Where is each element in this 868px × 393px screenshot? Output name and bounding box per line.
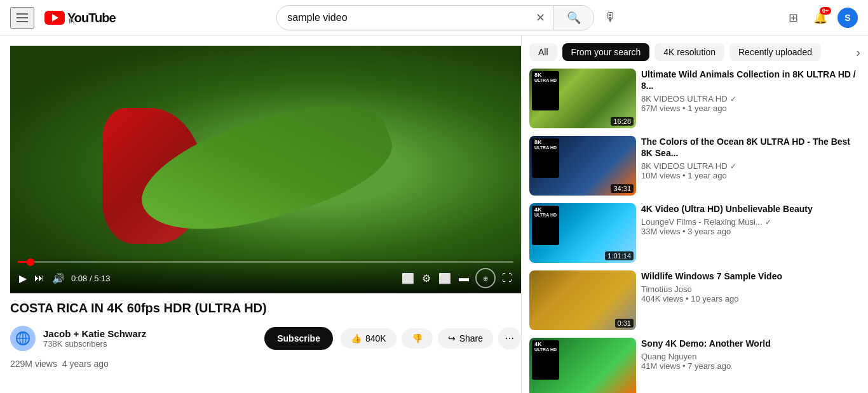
video-title: COSTA RICA IN 4K 60fps HDR (ULTRA HD) (10, 301, 521, 316)
more-options-button[interactable]: ⋯ (498, 327, 521, 350)
like-button[interactable]: 👍 840K (341, 328, 397, 349)
sidebar: AllFrom your search4K resolutionRecently… (521, 36, 868, 393)
video-player[interactable]: ▶ ⏭ 🔊 0:08 / 5:13 ⬜ ⚙ ⬜ ▬ ⊕ ⛶ (10, 46, 521, 293)
thumbs-down-icon: 👎 (412, 333, 423, 343)
video-duration: 16:28 (611, 117, 634, 126)
controls-right: ⬜ ⚙ ⬜ ▬ ⊕ ⛶ (400, 268, 513, 288)
channel-name-side: Timotius Joso (641, 284, 860, 294)
filter-chip-all[interactable]: All (529, 43, 557, 61)
video-list-item[interactable]: 0:31 Wildlife Windows 7 Sample Video Tim… (529, 270, 860, 330)
channel-name-side: 8K VIDEOS ULTRA HD ✓ (641, 94, 860, 103)
header-center: ✕ 🔍 🎙 (116, 5, 783, 30)
filter-chips: AllFrom your search4K resolutionRecently… (529, 36, 860, 69)
video-stats-side: 33M views • 3 years ago (641, 227, 860, 236)
main-content: ▶ ⏭ 🔊 0:08 / 5:13 ⬜ ⚙ ⬜ ▬ ⊕ ⛶ (0, 36, 868, 393)
video-section: ▶ ⏭ 🔊 0:08 / 5:13 ⬜ ⚙ ⬜ ▬ ⊕ ⛶ (0, 36, 521, 393)
video-list-item[interactable]: 8KULTRA HD 34:31 The Colors of the Ocean… (529, 136, 860, 196)
channel-name-side: Quang Nguyen (641, 352, 860, 361)
youtube-logo: YouTube IN (44, 11, 116, 25)
thumbs-up-icon: 👍 (351, 333, 362, 343)
controls-row: ▶ ⏭ 🔊 0:08 / 5:13 ⬜ ⚙ ⬜ ▬ ⊕ ⛶ (18, 268, 513, 288)
video-duration: 1:01:14 (605, 251, 634, 260)
search-button[interactable]: 🔍 (553, 5, 593, 30)
time-display: 0:08 / 5:13 (71, 274, 395, 283)
video-title-side: Wildlife Windows 7 Sample Video (641, 270, 860, 282)
channel-info: Jacob + Katie Schwarz 738K subscribers (43, 328, 257, 349)
video-meta-side: The Colors of the Ocean 8K ULTRA HD - Th… (641, 136, 860, 196)
add-video-button[interactable]: ⊞ (783, 6, 803, 30)
quality-label: 8KULTRA HD (532, 138, 559, 178)
add-video-icon: ⊞ (789, 11, 798, 24)
settings-button[interactable]: ⚙ (421, 271, 432, 286)
action-buttons: 👍 840K 👎 ↪ Share ⋯ (341, 327, 521, 350)
verified-icon: ✓ (730, 95, 736, 103)
video-title-side: The Colors of the Ocean 8K ULTRA HD - Th… (641, 136, 860, 159)
theater-button[interactable]: ▬ (458, 271, 470, 285)
quality-label: 4KULTRA HD (532, 206, 559, 245)
video-meta-side: Ultimate Wild Animals Collection in 8K U… (641, 69, 860, 128)
chips-next-button[interactable]: › (856, 45, 860, 60)
video-thumbnail-side: 0:31 (529, 270, 636, 330)
video-thumbnail-side: 4KULTRA HD 1:01:14 (529, 203, 636, 263)
video-meta-side: 4K Video (Ultra HD) Unbelievable Beauty … (641, 203, 860, 263)
volume-button[interactable]: 🔊 (51, 271, 66, 286)
channel-row: Jacob + Katie Schwarz 738K subscribers S… (10, 321, 521, 356)
video-list: 8KULTRA HD 16:28 Ultimate Wild Animals C… (529, 69, 860, 393)
vr-button[interactable]: ⊕ (475, 268, 496, 288)
filter-chip-4k-resolution[interactable]: 4K resolution (654, 43, 724, 61)
channel-avatar-icon (15, 331, 31, 346)
progress-bar[interactable] (18, 261, 513, 263)
channel-name-side: 8K VIDEOS ULTRA HD ✓ (641, 161, 860, 171)
share-icon: ↪ (448, 333, 456, 343)
video-stats-side: 10M views • 1 year ago (641, 171, 860, 180)
mic-button[interactable]: 🎙 (599, 5, 622, 30)
video-list-item[interactable]: 4KULTRA HD 1:01:14 4K Video (Ultra HD) U… (529, 203, 860, 263)
video-title-side: Sony 4K Demo: Another World (641, 338, 860, 349)
video-stats-side: 41M views • 7 years ago (641, 361, 860, 371)
subscribe-button[interactable]: Subscribe (264, 327, 333, 350)
video-list-item[interactable]: 8KULTRA HD 16:28 Ultimate Wild Animals C… (529, 69, 860, 128)
video-list-item[interactable]: 4KULTRA HD Sony 4K Demo: Another World Q… (529, 338, 860, 393)
video-meta-side: Sony 4K Demo: Another World Quang Nguyen… (641, 338, 860, 393)
fullscreen-button[interactable]: ⛶ (501, 271, 513, 285)
yt-country: IN (69, 18, 116, 25)
filter-chip-recently-uploaded[interactable]: Recently uploaded (729, 43, 821, 61)
notifications-button[interactable]: 🔔 9+ (808, 6, 832, 30)
video-title-side: Ultimate Wild Animals Collection in 8K U… (641, 69, 860, 91)
video-stats-side: 404K views • 10 years ago (641, 294, 860, 303)
user-avatar[interactable]: S (837, 8, 858, 28)
search-input[interactable] (277, 12, 528, 23)
header-right: ⊞ 🔔 9+ S (783, 6, 858, 30)
video-thumbnail-side: 8KULTRA HD 34:31 (529, 136, 636, 196)
logo[interactable]: YouTube IN (44, 11, 116, 25)
menu-button[interactable] (10, 7, 34, 29)
channel-name-side: LoungeV Films - Relaxing Musi... ✓ (641, 217, 860, 227)
verified-icon: ✓ (730, 162, 736, 171)
search-bar: ✕ 🔍 (276, 5, 594, 30)
next-button[interactable]: ⏭ (33, 271, 46, 285)
progress-dot (27, 258, 34, 266)
video-thumbnail-side: 8KULTRA HD 16:28 (529, 69, 636, 128)
channel-avatar[interactable] (10, 326, 36, 351)
video-meta-side: Wildlife Windows 7 Sample Video Timotius… (641, 270, 860, 330)
channel-subscribers: 738K subscribers (43, 339, 257, 349)
progress-fill (18, 261, 31, 263)
video-stats-side: 67M views • 1 year ago (641, 103, 860, 113)
channel-name[interactable]: Jacob + Katie Schwarz (43, 328, 257, 339)
share-button[interactable]: ↪ Share (438, 328, 493, 349)
quality-label: 4KULTRA HD (532, 340, 559, 380)
filter-chip-from-your-search[interactable]: From your search (562, 43, 650, 61)
subtitles-button[interactable]: ⬜ (400, 271, 416, 286)
miniplayer-button[interactable]: ⬜ (437, 271, 452, 286)
play-button[interactable]: ▶ (18, 271, 28, 286)
verified-icon: ✓ (765, 218, 771, 227)
yt-play-icon (44, 11, 65, 25)
video-title-side: 4K Video (Ultra HD) Unbelievable Beauty (641, 203, 860, 215)
dislike-button[interactable]: 👎 (402, 328, 433, 349)
video-duration: 0:31 (615, 319, 634, 328)
video-thumbnail-side: 4KULTRA HD (529, 338, 636, 393)
video-controls: ▶ ⏭ 🔊 0:08 / 5:13 ⬜ ⚙ ⬜ ▬ ⊕ ⛶ (10, 256, 521, 293)
header: YouTube IN ✕ 🔍 🎙 ⊞ 🔔 9+ S (0, 0, 868, 36)
video-duration: 34:31 (611, 184, 634, 193)
clear-search-button[interactable]: ✕ (528, 11, 553, 25)
